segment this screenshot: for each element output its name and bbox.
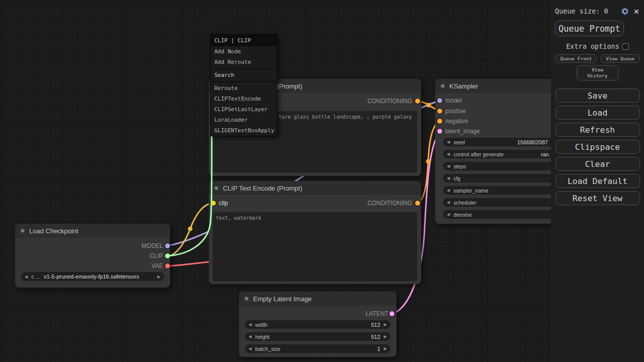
menu-separator: [211, 81, 277, 82]
node-empty-latent-image[interactable]: Empty Latent Image LATENT ◀ width 512 ▶ …: [239, 292, 396, 357]
menu-item-clipsetlastlayer[interactable]: CLIPSetLastLayer: [211, 104, 277, 115]
menu-separator: [211, 68, 277, 69]
queue-prompt-button[interactable]: Queue Prompt: [555, 21, 624, 36]
link-midpoint-dot[interactable]: [188, 227, 193, 231]
slot-dot-latent-out[interactable]: [389, 311, 394, 316]
output-slot-vae-label: VAE: [151, 262, 163, 270]
settings-gear-icon[interactable]: [621, 7, 629, 16]
reset-view-button[interactable]: Reset View: [555, 191, 640, 205]
load-default-button[interactable]: Load Default: [555, 174, 640, 188]
input-slot-positive-label: positive: [445, 107, 466, 115]
output-slot-latent-label: LATENT: [366, 310, 388, 318]
slot-dot-latent-in[interactable]: [437, 129, 442, 134]
widget-height[interactable]: ◀ height 512 ▶: [245, 332, 390, 341]
save-button[interactable]: Save: [555, 88, 640, 103]
queue-front-button[interactable]: Queue Front: [555, 54, 597, 63]
extra-options-label: Extra options: [566, 42, 619, 50]
clear-button[interactable]: Clear: [555, 157, 640, 171]
slot-dot-negative-in[interactable]: [437, 119, 442, 124]
link-midpoint-dot[interactable]: [427, 103, 431, 108]
view-history-button[interactable]: View History: [577, 65, 619, 80]
output-slot-conditioning-label: CONDITIONING: [367, 199, 412, 207]
output-slot-model-label: MODEL: [141, 242, 163, 250]
increment-icon[interactable]: ▶: [384, 346, 387, 351]
widget-batch-size[interactable]: ◀ batch_size 1 ▶: [245, 344, 390, 353]
menu-item-reroute[interactable]: Reroute: [211, 83, 277, 94]
decrement-icon[interactable]: ◀: [249, 346, 252, 351]
decrement-icon[interactable]: ◀: [447, 140, 450, 144]
node-title: CLIP Text Encode (Prompt): [223, 185, 302, 192]
slot-dot-model-out[interactable]: [165, 243, 170, 248]
next-value-icon[interactable]: ▶: [157, 275, 160, 279]
prev-value-icon[interactable]: ◀: [25, 275, 28, 279]
input-slot-model-label: model: [445, 97, 462, 105]
decrement-icon[interactable]: ◀: [447, 152, 450, 156]
slot-dot-clip-out[interactable]: [165, 253, 170, 258]
decrement-icon[interactable]: ◀: [249, 334, 252, 339]
node-collapse-dot[interactable]: [20, 228, 25, 233]
slot-dot-conditioning-out[interactable]: [415, 201, 420, 206]
menu-item-gligentextboxapply[interactable]: GLIGENTextBoxApply: [211, 125, 277, 136]
extra-options-checkbox[interactable]: [622, 43, 629, 50]
node-titlebar[interactable]: Empty Latent Image: [239, 292, 396, 306]
refresh-button[interactable]: Refresh: [555, 123, 640, 137]
prev-value-icon[interactable]: ◀: [447, 200, 450, 205]
node-collapse-dot[interactable]: [214, 186, 219, 191]
decrement-icon[interactable]: ◀: [447, 212, 450, 217]
node-collapse-dot[interactable]: [244, 296, 249, 301]
input-slot-negative-label: negative: [445, 117, 468, 125]
node-title: KSampler: [449, 82, 478, 90]
node-load-checkpoint[interactable]: Load Checkpoint MODEL CLIP VAE ◀ c ... v…: [15, 224, 170, 288]
clipspace-button[interactable]: Clipspace: [555, 140, 640, 154]
menu-item-search[interactable]: Search: [211, 70, 277, 80]
slot-dot-clip-in[interactable]: [211, 201, 216, 206]
increment-icon[interactable]: ▶: [384, 322, 387, 327]
load-button[interactable]: Load: [555, 106, 640, 120]
node-canvas[interactable]: Load Checkpoint MODEL CLIP VAE ◀ c ... v…: [0, 0, 644, 362]
menu-item-add-reroute[interactable]: Add Reroute: [211, 57, 277, 67]
input-slot-clip-label: clip: [219, 199, 228, 207]
node-collapse-dot[interactable]: [440, 83, 445, 88]
queue-size-label: Queue size: 0: [555, 7, 621, 15]
view-queue-button[interactable]: View Queue: [601, 54, 639, 63]
decrement-icon[interactable]: ◀: [447, 176, 450, 180]
widget-width[interactable]: ◀ width 512 ▶: [245, 320, 390, 329]
link-release-context-menu: CLIP | CLIP Add Node Add Reroute Search …: [210, 34, 277, 136]
prev-value-icon[interactable]: ◀: [447, 188, 450, 193]
widget-name: c ...: [31, 274, 40, 280]
input-slot-latent-image-label: latent_image: [445, 127, 480, 135]
ckpt-name-combo[interactable]: ◀ c ... v1-5-pruned-emaonly-fp16.safeten…: [21, 272, 164, 281]
context-menu-title: CLIP | CLIP: [211, 35, 277, 46]
output-slot-conditioning-label: CONDITIONING: [367, 97, 412, 105]
menu-item-add-node[interactable]: Add Node: [211, 46, 277, 57]
widget-value: v1-5-pruned-emaonly-fp16.safetensors: [44, 274, 139, 280]
prompt-textarea[interactable]: text, watermark: [213, 212, 417, 281]
menu-item-cliptextencode[interactable]: CLIPTextEncode: [211, 94, 277, 104]
link-midpoint-dot[interactable]: [426, 159, 431, 164]
slot-dot-model-in[interactable]: [437, 98, 442, 103]
output-slot-clip-label: CLIP: [149, 252, 163, 260]
node-titlebar[interactable]: Load Checkpoint: [15, 224, 170, 238]
menu-item-loraloader[interactable]: LoraLoader: [211, 115, 277, 125]
decrement-icon[interactable]: ◀: [447, 164, 450, 168]
node-title: Load Checkpoint: [29, 227, 78, 235]
slot-dot-vae-out[interactable]: [165, 263, 170, 268]
decrement-icon[interactable]: ◀: [249, 322, 252, 327]
menu-panel: Queue size: 0 ✕ Queue Prompt Extra optio…: [551, 0, 644, 362]
node-clip-text-encode-2[interactable]: CLIP Text Encode (Prompt) clip CONDITION…: [209, 181, 421, 284]
node-title: Empty Latent Image: [253, 295, 311, 303]
close-menu-icon[interactable]: ✕: [634, 6, 639, 16]
node-titlebar[interactable]: CLIP Text Encode (Prompt): [209, 181, 421, 195]
increment-icon[interactable]: ▶: [384, 334, 387, 339]
slot-dot-positive-in[interactable]: [437, 109, 442, 114]
slot-dot-conditioning-out[interactable]: [415, 99, 420, 104]
